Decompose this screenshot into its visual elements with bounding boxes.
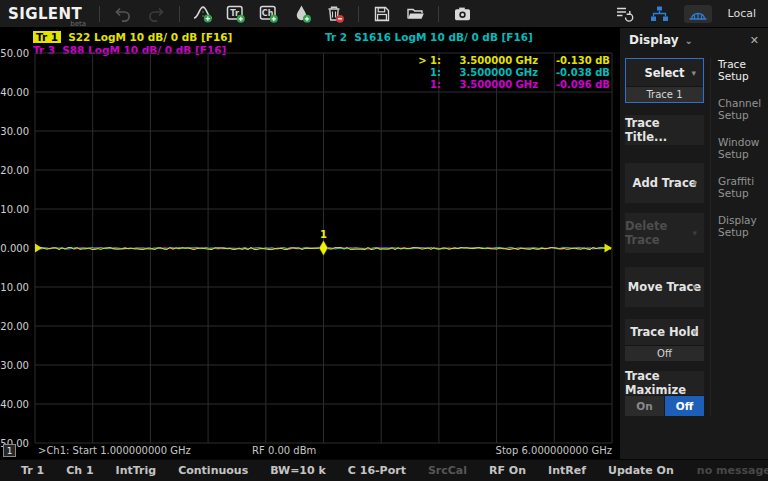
toolbar-right-group: Local bbox=[614, 4, 760, 24]
y-axis-tick-label: -10.00 bbox=[0, 282, 29, 293]
status-active-channel[interactable]: Ch 1 bbox=[55, 464, 104, 477]
tab-window-setup[interactable]: Window Setup bbox=[718, 136, 768, 160]
y-axis-tick-label: 50.00 bbox=[0, 48, 29, 59]
save-icon[interactable] bbox=[372, 4, 392, 24]
delete-icon[interactable] bbox=[325, 4, 345, 24]
marker-1-label: 1 bbox=[320, 229, 327, 240]
trace-hold-button[interactable]: Trace Hold bbox=[625, 319, 704, 345]
status-bar: Tr 1 Ch 1 IntTrig Continuous BW=10 k C 1… bbox=[0, 460, 768, 481]
toolbar-separator bbox=[438, 6, 439, 22]
brand-beta: beta bbox=[70, 20, 86, 28]
setup-tabs-column: Trace Setup Channel Setup Window Setup G… bbox=[710, 58, 768, 416]
marker1-frequency: 3.500000 GHz bbox=[448, 55, 538, 66]
sweep-restart-icon[interactable] bbox=[614, 4, 634, 24]
display-menu-panel: Display Select Trace 1 Trace Title... Ad… bbox=[620, 28, 768, 459]
panel-buttons-column: Select Trace 1 Trace Title... Add Trace … bbox=[625, 58, 704, 416]
status-cal[interactable]: C 16-Port bbox=[337, 464, 417, 477]
marker3-value: -0.096 dB bbox=[550, 79, 610, 90]
y-axis-tick-label: 20.00 bbox=[0, 165, 29, 176]
marker1-id: > 1: bbox=[418, 55, 441, 66]
y-axis-labels: 50.0040.0030.0020.0010.000.000-10.00-20.… bbox=[0, 53, 31, 443]
marker-readout-trace2: 1: 3.500000 GHz -0.038 dB bbox=[418, 67, 610, 78]
marker1-value: -0.130 dB bbox=[550, 55, 610, 66]
network-lan-icon[interactable] bbox=[649, 4, 669, 24]
status-rf[interactable]: RF On bbox=[478, 464, 537, 477]
add-trace-label: Add Trace bbox=[633, 176, 697, 190]
trace-maximize-toggle: On Off bbox=[625, 396, 704, 416]
marker2-frequency: 3.500000 GHz bbox=[448, 67, 538, 78]
undo-icon[interactable] bbox=[113, 4, 133, 24]
reference-level-indicator bbox=[35, 244, 42, 253]
y-axis-tick-label: 0.000 bbox=[0, 243, 29, 254]
marker-readout-trace1: > 1: 3.500000 GHz -0.130 dB bbox=[418, 55, 610, 66]
panel-title[interactable]: Display bbox=[629, 33, 678, 47]
status-reference[interactable]: IntRef bbox=[537, 464, 597, 477]
dropdown-chevron-icon bbox=[691, 68, 696, 78]
y-axis-tick-label: -40.00 bbox=[0, 399, 29, 410]
trace1-legend[interactable]: Tr 1 S22 LogM 10 dB/ 0 dB [F16] bbox=[33, 31, 232, 43]
maximize-off-button[interactable]: Off bbox=[665, 396, 704, 416]
svg-text:Tr: Tr bbox=[230, 8, 239, 17]
channel-info-bar: 1 >Ch1: Start 1.000000000 GHz RF 0.00 dB… bbox=[0, 444, 620, 458]
selected-trace-value[interactable]: Trace 1 bbox=[626, 86, 703, 102]
panel-header: Display bbox=[620, 28, 768, 52]
tab-graffiti-setup[interactable]: Graffiti Setup bbox=[718, 175, 768, 199]
marker-readout-trace3: 1: 3.500000 GHz -0.096 dB bbox=[418, 79, 610, 90]
marker2-id: 1: bbox=[419, 67, 441, 78]
trace-select-group[interactable]: Select Trace 1 bbox=[625, 58, 704, 103]
trace2-chip[interactable]: Tr 2 bbox=[325, 31, 347, 43]
trace-maximize-label: Trace Maximize bbox=[625, 371, 704, 395]
status-sweep-mode[interactable]: Continuous bbox=[167, 464, 259, 477]
status-trigger[interactable]: IntTrig bbox=[105, 464, 168, 477]
status-srccal: SrcCal bbox=[417, 464, 478, 477]
status-active-trace[interactable]: Tr 1 bbox=[10, 464, 55, 477]
brand-logo: SIGLENT beta bbox=[8, 4, 82, 23]
status-update[interactable]: Update On bbox=[597, 464, 685, 477]
dropdown-chevron-icon bbox=[692, 327, 697, 337]
add-trace-button[interactable]: Add Trace bbox=[625, 163, 704, 203]
add-channel-icon[interactable]: Ch bbox=[259, 4, 279, 24]
panel-body: Select Trace 1 Trace Title... Add Trace … bbox=[620, 52, 768, 416]
trace1-chip[interactable]: Tr 1 bbox=[33, 31, 61, 43]
trace-title-button[interactable]: Trace Title... bbox=[625, 115, 704, 145]
chevron-down-icon[interactable] bbox=[684, 35, 692, 46]
redo-icon[interactable] bbox=[146, 4, 166, 24]
maximize-on-button[interactable]: On bbox=[625, 396, 664, 416]
add-graffiti-icon[interactable] bbox=[292, 4, 312, 24]
marker3-frequency: 3.500000 GHz bbox=[448, 79, 538, 90]
sweep-stop-label: Stop 6.000000000 GHz bbox=[496, 445, 612, 456]
trace2-desc: S1616 LogM 10 dB/ 0 dB [F16] bbox=[354, 31, 533, 43]
add-trace-icon[interactable]: Tr bbox=[226, 4, 246, 24]
screenshot-camera-icon[interactable] bbox=[452, 4, 472, 24]
select-trace-button[interactable]: Select bbox=[626, 59, 703, 86]
open-folder-icon[interactable] bbox=[405, 4, 425, 24]
trace2-legend[interactable]: Tr 2 S1616 LogM 10 dB/ 0 dB [F16] bbox=[325, 31, 533, 43]
sweep-start-label: >Ch1: Start 1.000000000 GHz bbox=[38, 445, 191, 456]
marker-1-diamond[interactable] bbox=[319, 241, 328, 256]
close-icon[interactable] bbox=[750, 34, 759, 47]
move-trace-label: Move Trace bbox=[628, 280, 701, 294]
toolbar-separator bbox=[358, 6, 359, 22]
tab-channel-setup[interactable]: Channel Setup bbox=[718, 97, 768, 121]
add-marker-trace-icon[interactable] bbox=[193, 4, 213, 24]
topology-bridge-icon[interactable] bbox=[684, 5, 712, 23]
tab-display-setup[interactable]: Display Setup bbox=[718, 214, 768, 238]
y-axis-tick-label: 30.00 bbox=[0, 126, 29, 137]
window-number-badge: 1 bbox=[3, 444, 16, 457]
marker2-value: -0.038 dB bbox=[550, 67, 610, 78]
move-trace-button[interactable]: Move Trace bbox=[625, 267, 704, 307]
dropdown-chevron-icon bbox=[692, 282, 697, 292]
control-mode-label[interactable]: Local bbox=[727, 7, 756, 20]
trace-title-label: Trace Title... bbox=[625, 116, 704, 144]
vna-application: SIGLENT beta Tr Ch bbox=[0, 0, 768, 481]
status-if-bandwidth[interactable]: BW=10 k bbox=[259, 464, 337, 477]
delete-trace-button: Delete Trace bbox=[625, 213, 704, 253]
plot-area[interactable]: 1 bbox=[35, 53, 612, 443]
y-axis-tick-label: -20.00 bbox=[0, 321, 29, 332]
trace-hold-label: Trace Hold bbox=[630, 325, 698, 339]
select-label: Select bbox=[644, 66, 684, 80]
y-axis-tick-label: 10.00 bbox=[0, 204, 29, 215]
tab-trace-setup[interactable]: Trace Setup bbox=[718, 58, 768, 82]
dropdown-chevron-icon bbox=[692, 178, 697, 188]
trace-window: Tr 1 S22 LogM 10 dB/ 0 dB [F16] Tr 2 S16… bbox=[0, 28, 620, 459]
